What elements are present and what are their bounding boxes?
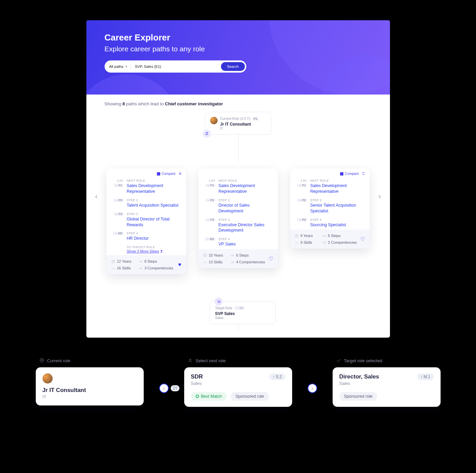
stepper-col-next: Select next role SDR ↑ S.2 Sales Best Ma… <box>184 358 292 407</box>
step-advance-button[interactable]: › <box>159 384 169 393</box>
role-dept: Sales <box>339 381 434 386</box>
role-title: SDR <box>191 373 203 380</box>
stat-steps: 5 Steps <box>322 234 357 238</box>
show-more-steps[interactable]: TO TARGET ROLE Show 3 More Steps▾ <box>107 243 186 255</box>
current-role-title: Jr IT Consultant <box>220 122 265 127</box>
search-bar: All paths ▾ SVP, Sales (E1) Search <box>105 60 246 73</box>
sponsored-pill: Sponsored role <box>339 392 377 401</box>
divider <box>131 63 131 70</box>
favorite-button[interactable]: ♡ <box>360 236 365 242</box>
sponsored-pill: Sponsored role <box>231 392 269 401</box>
target-role-card[interactable]: Director, Sales ↑ M.1 Sales Sponsored ro… <box>333 367 441 407</box>
hero: Career Explorer Explore career paths to … <box>86 20 390 95</box>
stepper-heading: Select next role <box>196 358 226 363</box>
svg-point-3 <box>41 360 43 361</box>
page-subtitle: Explore career paths to any role <box>105 45 372 53</box>
compare-toggle-a[interactable]: Compare A <box>107 168 186 177</box>
favorite-button[interactable]: ♡ <box>269 256 273 262</box>
role-dept: IT <box>43 394 137 399</box>
path-step[interactable]: → P3 STEP 3Global Director of Total Rewa… <box>107 210 186 230</box>
avatar <box>43 373 53 384</box>
paths-summary: Showing 8 paths which lead to Chief cust… <box>86 95 390 109</box>
connector-line <box>238 133 239 162</box>
target-icon: ⇲ <box>215 297 223 306</box>
stepper-col-target: Target role selected Director, Sales ↑ M… <box>333 358 441 407</box>
check-icon <box>336 358 341 363</box>
stat-years: 12 Years <box>111 259 139 263</box>
stat-skills: 16 Skills <box>111 266 139 270</box>
role-title: Director, Sales <box>339 373 379 380</box>
current-role-dept: IT <box>220 127 265 130</box>
current-role-meta: Current Role (2.5 Y) P1 <box>220 117 265 121</box>
stat-years: 10 Years <box>203 253 230 257</box>
career-explorer-app: Career Explorer Explore career paths to … <box>86 20 390 338</box>
stepper-heading: Target role selected <box>344 358 382 363</box>
path-step[interactable]: → P2 STEP 2Talent Acquisition Specialist <box>107 196 186 210</box>
path-step[interactable]: → M2 STEP 4VP Sales <box>198 235 278 249</box>
select-icon <box>188 358 193 363</box>
svg-point-4 <box>190 359 191 361</box>
paths-filter[interactable]: All paths <box>109 64 123 69</box>
path-stats: 10 Years 6 Steps ♡ 13 Skills 4 Compenten… <box>198 249 278 268</box>
stepper-connector: › 2Y <box>157 384 171 393</box>
role-title: Jr IT Consultant <box>43 387 137 394</box>
path-step[interactable]: → P3 STEP 3Sourcing Specialist <box>290 216 370 230</box>
checkbox-checked-icon[interactable] <box>340 172 343 176</box>
stat-comps: 4 Compentencies <box>230 260 265 264</box>
search-input[interactable]: SVP, Sales (E1) <box>135 64 221 69</box>
chevron-down-icon: ▾ <box>161 249 163 253</box>
page-title: Career Explorer <box>105 32 372 43</box>
stat-comps: 2 Compentencies <box>322 240 357 244</box>
step-advance-button[interactable]: › <box>308 384 317 393</box>
current-role-card[interactable]: Jr IT Consultant IT <box>36 367 144 405</box>
search-button[interactable]: Search <box>221 62 245 71</box>
path-card-a[interactable]: Compare A 1.5Y→ P1 NEXT ROLESales Develo… <box>107 168 186 274</box>
path-step[interactable]: 1.5Y→ P1 NEXT ROLESales Development Repr… <box>290 177 370 196</box>
path-stats: 12 Years 8 Steps ♥ 16 Skills 3 Compenten… <box>107 255 186 274</box>
stat-comps: 3 Compentencies <box>139 266 173 270</box>
path-step[interactable]: → P3 STEP 3Executive Director Sales Deve… <box>198 216 278 236</box>
path-card-b[interactable]: · 1.5Y→ P1 NEXT ROLESales Development Re… <box>198 168 278 268</box>
hero-blob <box>86 74 181 95</box>
path-step[interactable]: → M2 STEP 4HR Director <box>107 230 186 243</box>
avatar <box>210 117 218 124</box>
stepper-col-current: Current role Jr IT Consultant IT <box>36 358 144 405</box>
favorite-button[interactable]: ♥ <box>178 262 181 268</box>
path-step[interactable]: 1.5Y→ P1 NEXT ROLESales Development Repr… <box>198 177 278 196</box>
paths-diagram: ‹ › Compare A 1.5Y→ P1 NEXT ROLESales De… <box>86 135 390 338</box>
level-chip: ↑ M.1 <box>417 373 433 380</box>
path-stats: 9 Years 5 Steps ♡ 9 Skills 2 Compentenci… <box>290 230 370 248</box>
stat-skills: 9 Skills <box>295 240 322 244</box>
next-role-card[interactable]: SDR ↑ S.2 Sales Best Match Sponsored rol… <box>184 367 292 407</box>
role-dept: Sales <box>191 381 285 386</box>
path-card-c[interactable]: Compare C 1.5Y→ P1 NEXT ROLESales Develo… <box>290 168 370 248</box>
best-match-pill: Best Match <box>191 392 227 401</box>
path-step[interactable]: → P2 STEP 2Director of Sales Development <box>198 196 278 216</box>
chevron-down-icon[interactable]: ▾ <box>125 65 127 68</box>
path-step[interactable]: → P2 STEP 2Senior Talent Acquisition Spe… <box>290 196 370 216</box>
pin-icon <box>39 358 45 363</box>
duration-chip: 2Y <box>171 385 180 391</box>
stat-steps: 8 Steps <box>139 259 173 263</box>
path-step[interactable]: 1.5Y→ P1 NEXT ROLESales Development Repr… <box>107 177 186 196</box>
target-role-node[interactable]: ⇲ Target Role→ E1 SVP Sales Sales <box>209 301 276 324</box>
stat-skills: 13 Skills <box>203 260 230 264</box>
role-stepper: Current role Jr IT Consultant IT › 2Y Se… <box>36 358 441 407</box>
status-dot-icon <box>196 395 199 398</box>
stat-years: 9 Years <box>295 234 322 238</box>
level-chip: ↑ S.2 <box>269 373 285 380</box>
compare-toggle-c[interactable]: Compare C <box>290 168 370 177</box>
stepper-connector: › <box>306 384 319 393</box>
checkbox-checked-icon[interactable] <box>157 172 160 176</box>
current-role-node[interactable]: Current Role (2.5 Y) P1 Jr IT Consultant… <box>205 112 271 135</box>
stepper-heading: Current role <box>47 358 71 363</box>
stat-steps: 6 Steps <box>230 253 265 257</box>
